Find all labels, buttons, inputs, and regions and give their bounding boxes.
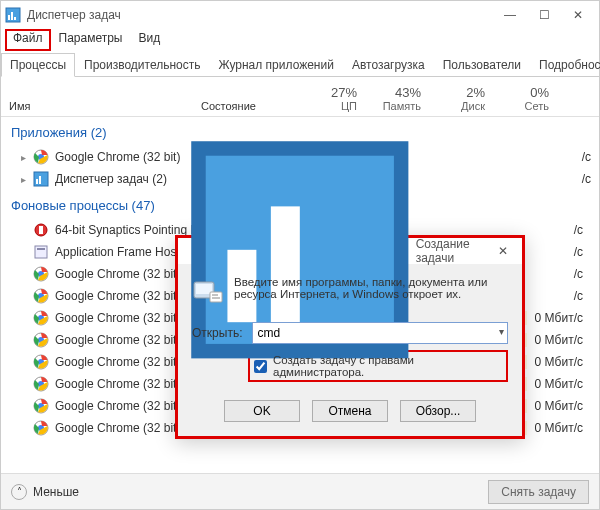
- afh-icon: [33, 244, 49, 260]
- header-name[interactable]: Имя: [1, 100, 201, 116]
- header-cpu[interactable]: 27% ЦП: [301, 85, 365, 116]
- cell-network: /с: [527, 289, 591, 303]
- tm-icon: [33, 171, 49, 187]
- chevron-up-icon: ˄: [11, 484, 27, 500]
- column-headers: Имя Состояние 27% ЦП 43% Память 2% Диск …: [1, 77, 599, 117]
- cell-net-partial: /с: [535, 150, 599, 164]
- cell-network: /с: [527, 267, 591, 281]
- task-manager-icon: [5, 7, 21, 23]
- menu-file[interactable]: Файл: [5, 29, 51, 51]
- run-icon: [192, 276, 224, 308]
- tab-performance[interactable]: Производительность: [75, 53, 209, 76]
- cancel-button[interactable]: Отмена: [312, 400, 388, 422]
- admin-checkbox[interactable]: [254, 360, 267, 373]
- fewer-details-button[interactable]: ˄ Меньше: [11, 484, 79, 500]
- ok-button[interactable]: OK: [224, 400, 300, 422]
- menu-view[interactable]: Вид: [130, 29, 168, 51]
- tabs: Процессы Производительность Журнал прило…: [1, 51, 599, 77]
- header-status[interactable]: Состояние: [201, 100, 301, 116]
- cell-network: 0 Мбит/с: [527, 355, 591, 369]
- svg-rect-1: [8, 15, 10, 20]
- dialog-titlebar: Создание задачи ✕: [178, 238, 522, 264]
- chevron-down-icon[interactable]: ▾: [499, 326, 504, 337]
- cell-network: /с: [527, 245, 591, 259]
- cell-network: 0 Мбит/с: [527, 399, 591, 413]
- chrome-icon: [33, 376, 49, 392]
- syn-icon: [33, 222, 49, 238]
- window-title: Диспетчер задач: [27, 8, 121, 22]
- tab-processes[interactable]: Процессы: [1, 53, 75, 77]
- menubar: Файл Параметры Вид: [1, 29, 599, 51]
- chrome-icon: [33, 332, 49, 348]
- tab-details[interactable]: Подробности: [530, 53, 600, 76]
- chrome-icon: [33, 420, 49, 436]
- admin-label: Создать задачу с правами администратора.: [273, 354, 502, 378]
- minimize-button[interactable]: —: [493, 5, 527, 25]
- chrome-icon: [33, 266, 49, 282]
- header-memory[interactable]: 43% Память: [365, 85, 429, 116]
- expander-icon[interactable]: ▸: [21, 152, 33, 163]
- task-manager-window: Диспетчер задач — ☐ ✕ Файл Параметры Вид…: [0, 0, 600, 510]
- cell-network: 0 Мбит/с: [527, 421, 591, 435]
- create-task-dialog: Создание задачи ✕ Введите имя программы,…: [175, 235, 525, 439]
- dialog-close-button[interactable]: ✕: [490, 241, 516, 261]
- open-label: Открыть:: [192, 326, 242, 340]
- titlebar: Диспетчер задач — ☐ ✕: [1, 1, 599, 29]
- chrome-icon: [33, 398, 49, 414]
- svg-rect-7: [36, 179, 38, 184]
- chrome-icon: [33, 354, 49, 370]
- cell-net-partial: /с: [535, 172, 599, 186]
- svg-rect-8: [39, 176, 41, 184]
- close-button[interactable]: ✕: [561, 5, 595, 25]
- tab-users[interactable]: Пользователи: [434, 53, 530, 76]
- process-list[interactable]: Приложения (2) ▸Google Chrome (32 bit)/с…: [1, 117, 599, 473]
- cell-network: 0 Мбит/с: [527, 377, 591, 391]
- header-disk[interactable]: 2% Диск: [429, 85, 493, 116]
- svg-rect-10: [39, 226, 43, 234]
- tab-startup[interactable]: Автозагрузка: [343, 53, 434, 76]
- chrome-icon: [33, 288, 49, 304]
- maximize-button[interactable]: ☐: [527, 5, 561, 25]
- cell-network: 0 Мбит/с: [527, 311, 591, 325]
- svg-rect-3: [14, 17, 16, 20]
- dialog-title: Создание задачи: [416, 237, 490, 265]
- cell-network: /с: [527, 223, 591, 237]
- svg-rect-11: [35, 246, 47, 258]
- end-task-button[interactable]: Снять задачу: [488, 480, 589, 504]
- menu-options[interactable]: Параметры: [51, 29, 131, 51]
- svg-rect-2: [11, 12, 13, 20]
- svg-rect-12: [37, 248, 45, 250]
- footer: ˄ Меньше Снять задачу: [1, 473, 599, 509]
- svg-rect-34: [210, 292, 222, 302]
- chrome-icon: [33, 149, 49, 165]
- admin-checkbox-row: Создать задачу с правами администратора.: [248, 350, 508, 382]
- browse-button[interactable]: Обзор...: [400, 400, 476, 422]
- header-network[interactable]: 0% Сеть: [493, 85, 557, 116]
- open-input[interactable]: [252, 322, 508, 344]
- chrome-icon: [33, 310, 49, 326]
- tab-app-history[interactable]: Журнал приложений: [210, 53, 343, 76]
- expander-icon[interactable]: ▸: [21, 174, 33, 185]
- dialog-description: Введите имя программы, папки, документа …: [234, 276, 508, 308]
- cell-network: 0 Мбит/с: [527, 333, 591, 347]
